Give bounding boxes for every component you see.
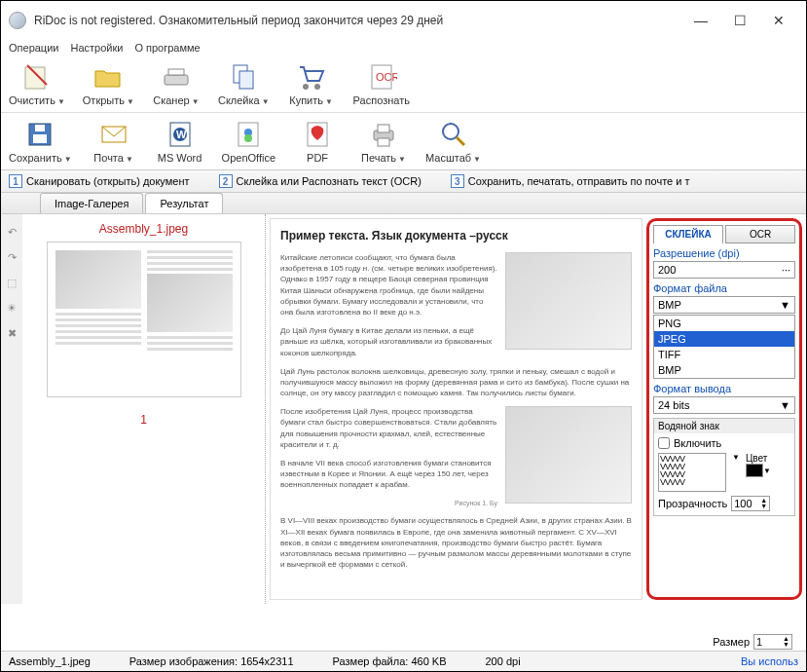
delete-icon[interactable]: ✖	[4, 325, 19, 341]
thumbnail[interactable]	[47, 242, 241, 397]
preview-figure	[505, 252, 632, 350]
scanner-label: Сканер	[153, 94, 189, 106]
word-button[interactable]: W MS Word	[156, 119, 204, 164]
svg-rect-11	[33, 134, 47, 143]
document-preview[interactable]: Пример текста. Язык документа –русск Кит…	[270, 218, 642, 600]
format-option-jpeg[interactable]: JPEG	[654, 331, 794, 347]
pdf-label: PDF	[307, 152, 328, 164]
format-select[interactable]: BMP▼	[653, 296, 795, 314]
rotate-left-icon[interactable]: ↶	[4, 224, 19, 240]
minimize-button[interactable]: —	[681, 7, 720, 34]
svg-text:W: W	[176, 129, 187, 140]
buy-button[interactable]: Купить▼	[287, 61, 336, 106]
svg-rect-3	[168, 69, 184, 75]
page-number: 1	[30, 413, 257, 427]
preview-paragraph: Цай Лунь растолок волокна шелковицы, дре…	[280, 366, 632, 399]
menu-operations[interactable]: Операции	[9, 42, 58, 54]
format-option-png[interactable]: PNG	[654, 316, 794, 331]
size-spinner[interactable]: 1▲▼	[753, 634, 792, 650]
toolbar-primary: Очистить▼ Открыть▼ Сканер▼ Склейка▼ Купи…	[1, 56, 806, 113]
panel-tab-ocr[interactable]: OCR	[725, 225, 795, 243]
format-option-bmp[interactable]: BMP	[654, 362, 794, 378]
glue-label: Склейка	[218, 94, 260, 106]
rotate-right-icon[interactable]: ↷	[4, 249, 19, 265]
step-1[interactable]: 1Сканировать (открыть) документ	[9, 174, 190, 188]
tab-gallery[interactable]: Image-Галерея	[40, 193, 143, 213]
open-button[interactable]: Открыть▼	[83, 61, 134, 106]
openoffice-label: OpenOffice	[222, 152, 275, 164]
watermark-group: Водяной знак Включить VVVVVVVVVVVVVVVVVV…	[653, 418, 795, 516]
watermark-pattern[interactable]: VVVVVVVVVVVVVVVVVVVV	[658, 453, 726, 492]
svg-point-7	[314, 84, 320, 90]
ocr-label: Распознать	[353, 94, 410, 106]
openoffice-icon	[233, 119, 264, 150]
brightness-icon[interactable]: ☀	[4, 300, 19, 316]
toolbar-secondary: Сохранить▼ Почта▼ W MS Word OpenOffice P…	[1, 113, 806, 170]
glue-button[interactable]: Склейка▼	[218, 61, 270, 106]
svg-line-25	[457, 137, 464, 145]
svg-point-24	[443, 124, 459, 139]
pdf-icon	[302, 119, 333, 150]
svg-rect-0	[25, 67, 45, 89]
workspace: ↶ ↷ ⬚ ☀ ✖ Assembly_1.jpeg 1 Пример текст…	[1, 214, 806, 604]
output-select[interactable]: 24 bits▼	[653, 396, 795, 414]
titlebar: RiDoc is not registered. Ознакомительный…	[1, 1, 806, 40]
print-label: Печать	[361, 152, 396, 164]
mail-label: Почта	[93, 152, 124, 164]
size-row: Размер 1▲▼	[713, 634, 792, 650]
preview-heading: Пример текста. Язык документа –русск	[280, 229, 632, 243]
status-filename: Assembly_1.jpeg	[9, 655, 91, 667]
status-filesize: Размер файла: 460 KB	[333, 655, 447, 667]
watermark-enable-checkbox[interactable]: Включить	[658, 437, 790, 449]
svg-point-19	[244, 134, 252, 142]
tab-result[interactable]: Результат	[145, 193, 223, 213]
mail-button[interactable]: Почта▼	[90, 119, 138, 164]
step-bar: 1Сканировать (открыть) документ 2Склейка…	[1, 170, 806, 193]
zoom-label: Масштаб	[425, 152, 471, 164]
menubar: Операции Настройки О программе	[1, 40, 806, 56]
svg-rect-12	[35, 125, 45, 131]
close-button[interactable]: ✕	[759, 7, 798, 34]
pdf-button[interactable]: PDF	[293, 119, 342, 164]
menu-about[interactable]: О программе	[134, 42, 200, 54]
scanner-icon	[161, 61, 192, 93]
save-button[interactable]: Сохранить▼	[9, 119, 72, 164]
clear-label: Очистить	[9, 94, 55, 106]
workspace-tabs: Image-Галерея Результат	[1, 193, 806, 214]
buy-label: Купить	[289, 94, 323, 106]
buy-icon	[296, 61, 327, 93]
menu-settings[interactable]: Настройки	[70, 42, 123, 54]
save-label: Сохранить	[9, 152, 62, 164]
svg-rect-23	[378, 138, 389, 146]
open-icon	[92, 61, 124, 93]
panel-tab-glue[interactable]: СКЛЕЙКА	[653, 225, 723, 243]
glue-icon	[228, 61, 259, 93]
zoom-button[interactable]: Масштаб▼	[425, 119, 481, 164]
openoffice-button[interactable]: OpenOffice	[222, 119, 275, 164]
step-2[interactable]: 2Склейка или Распознать текст (OCR)	[219, 174, 422, 188]
svg-rect-22	[378, 125, 389, 132]
scanner-button[interactable]: Сканер▼	[152, 61, 201, 106]
maximize-button[interactable]: ☐	[720, 7, 759, 34]
zoom-icon	[438, 119, 469, 150]
step-3[interactable]: 3Сохранить, печатать, отправить по почте…	[451, 174, 690, 188]
format-dropdown: PNG JPEG TIFF BMP	[653, 315, 795, 379]
resolution-input[interactable]: 200···	[653, 261, 795, 279]
status-dpi: 200 dpi	[486, 655, 521, 667]
size-label: Размер	[713, 636, 750, 648]
clear-button[interactable]: Очистить▼	[9, 61, 65, 106]
color-label: Цвет	[746, 453, 771, 464]
format-option-tiff[interactable]: TIFF	[654, 347, 794, 362]
print-button[interactable]: Печать▼	[359, 119, 408, 164]
color-picker[interactable]	[746, 464, 763, 477]
ocr-button[interactable]: OCR Распознать	[353, 61, 410, 106]
preview-figure	[505, 406, 632, 504]
status-link[interactable]: Вы использ	[741, 655, 798, 667]
left-toolbar: ↶ ↷ ⬚ ☀ ✖	[1, 214, 22, 604]
svg-rect-2	[165, 75, 188, 85]
thumbnail-filename: Assembly_1.jpeg	[30, 222, 257, 236]
preview-paragraph: В VI—VIII веках производство бумаги осущ…	[280, 515, 632, 570]
status-dimensions: Размер изображения: 1654х2311	[129, 655, 294, 667]
opacity-spinner[interactable]: 100▲▼	[731, 496, 770, 511]
crop-icon[interactable]: ⬚	[4, 275, 19, 290]
